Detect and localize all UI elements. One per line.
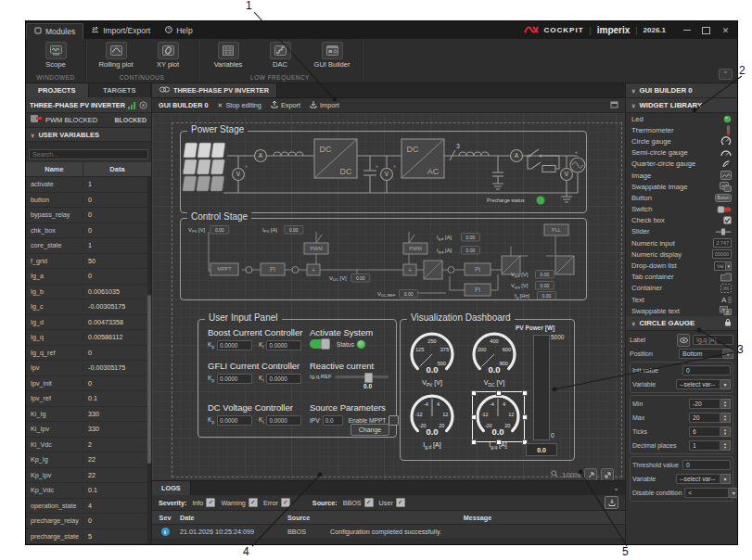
- logs-column-sev[interactable]: Sev: [152, 514, 178, 522]
- stop-editing-button[interactable]: ✕ Stop editing: [218, 101, 261, 109]
- variables-search-input[interactable]: [29, 149, 148, 159]
- sidebar-tab-targets[interactable]: TARGETS: [89, 83, 152, 97]
- variable-row[interactable]: Ki_Ipv330: [26, 422, 151, 438]
- kp-input[interactable]: 0.0000: [217, 340, 252, 350]
- widget-drop-down-list[interactable]: Drop-down listVal▾: [626, 260, 737, 271]
- variable-row[interactable]: Kp_Vdc0.1: [26, 483, 151, 499]
- chevron-down-icon[interactable]: ▾: [723, 349, 733, 359]
- ribbon-button-xy-plot[interactable]: XY plot: [142, 41, 194, 73]
- variable-row[interactable]: Ig_a0: [26, 269, 151, 285]
- kp-input[interactable]: 0.0000: [217, 415, 252, 426]
- filter-checkbox[interactable]: ✓: [206, 498, 215, 507]
- widget-numeric-input[interactable]: Numeric input2.747: [626, 237, 737, 248]
- widget-button[interactable]: ButtonButton: [626, 192, 737, 203]
- input-value[interactable]: 20: [689, 413, 720, 423]
- variable-row[interactable]: activate1: [26, 177, 151, 193]
- selection-handle[interactable]: [471, 414, 477, 420]
- filter-checkbox[interactable]: ✓: [249, 498, 258, 507]
- variable-row[interactable]: precharge_relay0: [26, 514, 151, 529]
- fit-page-button[interactable]: [601, 468, 614, 480]
- variable-row[interactable]: Ipv_init0: [26, 376, 151, 392]
- widget-library-header[interactable]: ∨ WIDGET LIBRARY: [626, 98, 737, 113]
- selection-handle[interactable]: [522, 414, 528, 420]
- target-icon[interactable]: [139, 96, 147, 113]
- widget-slider[interactable]: Slider: [626, 226, 737, 237]
- input-value[interactable]: 0: [682, 460, 731, 470]
- change-button[interactable]: Change: [351, 424, 389, 436]
- ki-input[interactable]: 0.0000: [266, 340, 301, 350]
- project-header[interactable]: THREE-PHASE PV INVERTER ⋮: [26, 97, 151, 113]
- float-panel-icon[interactable]: [610, 101, 618, 110]
- sidebar-scrollbar[interactable]: [147, 177, 151, 544]
- gauge-igd[interactable]: -20-12-4412200.0: [408, 392, 456, 440]
- variable-row[interactable]: Ig_q0.00586112: [26, 330, 151, 346]
- column-name[interactable]: Name: [26, 162, 83, 176]
- ribbon-button-variables[interactable]: Variables: [202, 41, 254, 73]
- ki-input[interactable]: 0.0000: [266, 415, 301, 426]
- eye-icon[interactable]: [677, 334, 690, 347]
- gauge-vpv[interactable]: 1252503755000.0: [408, 330, 456, 378]
- menu-help[interactable]: ?Help: [158, 21, 199, 39]
- widget-text[interactable]: TextA: [626, 294, 737, 305]
- selection-handle[interactable]: [496, 390, 502, 396]
- ipv-input[interactable]: 0.0: [323, 415, 343, 426]
- logs-column-date[interactable]: Date: [178, 514, 287, 522]
- variable-row[interactable]: Ki_Vdc2: [26, 438, 151, 453]
- widget-swappable-image[interactable]: Swappable image: [626, 181, 737, 192]
- fit-width-button[interactable]: [584, 468, 597, 480]
- pv-power-bar[interactable]: [533, 335, 550, 440]
- widget-check-box[interactable]: Check box: [626, 215, 737, 226]
- ki-input[interactable]: 0.0000: [266, 374, 301, 384]
- variable-row[interactable]: f_grid50: [26, 254, 151, 270]
- chevron-down-icon[interactable]: ▾: [720, 379, 731, 389]
- variable-row[interactable]: Ipv-0.00305175: [26, 361, 151, 376]
- stepper-buttons[interactable]: ▲▼: [720, 440, 731, 451]
- menu-modules[interactable]: Modules: [26, 23, 83, 39]
- gauge-vdc[interactable]: 2004006008000.0: [470, 330, 518, 378]
- import-button[interactable]: Import: [310, 100, 339, 110]
- widget-thermometer[interactable]: Thermometer: [626, 124, 737, 135]
- select-value[interactable]: --select var--: [676, 474, 720, 484]
- menu-import-export[interactable]: Import/Export: [83, 21, 158, 39]
- collapse-ribbon-button[interactable]: ⌃: [719, 69, 733, 80]
- variable-row[interactable]: bypass_relay0: [26, 208, 151, 223]
- sidebar-tab-projects[interactable]: PROJECTS: [26, 83, 89, 97]
- logs-column-message[interactable]: Message: [330, 514, 625, 522]
- widget-swappable-text[interactable]: Swappable textAB: [626, 305, 737, 316]
- minimize-button[interactable]: [679, 24, 695, 36]
- ribbon-button-scope[interactable]: Scope: [30, 41, 82, 73]
- label-input[interactable]: Ig,q [A]: [693, 335, 733, 345]
- variable-row[interactable]: chk_box0: [26, 223, 151, 239]
- tab-three-phase-pv-inverter[interactable]: THREE-PHASE PV INVERTER: [152, 83, 277, 97]
- select-value[interactable]: Bottom: [679, 349, 723, 359]
- widget-container[interactable]: Container: [626, 283, 737, 294]
- chevron-down-icon[interactable]: ▾: [720, 474, 731, 484]
- variable-row[interactable]: Ig_c-0.00305175: [26, 299, 151, 315]
- input-value[interactable]: -20: [689, 399, 720, 409]
- selection-handle[interactable]: [496, 439, 502, 445]
- ribbon-button-rolling-plot[interactable]: Rolling plot: [90, 41, 142, 73]
- maximize-button[interactable]: [698, 24, 714, 36]
- select-value[interactable]: <: [684, 488, 729, 498]
- export-button[interactable]: Export: [271, 100, 300, 110]
- chevron-down-icon[interactable]: ▾: [729, 488, 737, 498]
- widget-switch[interactable]: Switch: [626, 204, 737, 215]
- filter-checkbox[interactable]: ✓: [364, 498, 374, 507]
- variable-row[interactable]: Ig_d0.00473358: [26, 315, 151, 331]
- widget-semi-circle-gauge[interactable]: Semi-circle gauge: [626, 147, 737, 159]
- filter-checkbox[interactable]: ✓: [396, 498, 405, 507]
- ribbon-button-dac[interactable]: DAC: [254, 41, 306, 73]
- log-row[interactable]: i21.01.2026 10:25:24:099BBOSConfiguratio…: [152, 525, 625, 540]
- variable-row[interactable]: Ig_q_ref0: [26, 346, 151, 362]
- ribbon-button-gui-builder[interactable]: GUI Builder: [306, 41, 358, 73]
- variable-row[interactable]: operation_state4: [26, 499, 151, 515]
- export-logs-button[interactable]: [605, 496, 618, 509]
- circle-gauge-section-header[interactable]: ∨ CIRCLE GAUGE: [626, 316, 737, 331]
- widget-tab-container[interactable]: Tab container: [626, 272, 737, 283]
- variable-row[interactable]: Kp_Ipv22: [26, 468, 151, 484]
- variable-row[interactable]: button0: [26, 193, 151, 209]
- control-stage-container[interactable]: Control Stage VPV [V]0.00IPV [A]0.00MPPT…: [180, 218, 587, 300]
- column-data[interactable]: Data: [83, 162, 151, 176]
- slider-knob[interactable]: [364, 373, 373, 383]
- logs-column-source[interactable]: Source: [287, 514, 330, 522]
